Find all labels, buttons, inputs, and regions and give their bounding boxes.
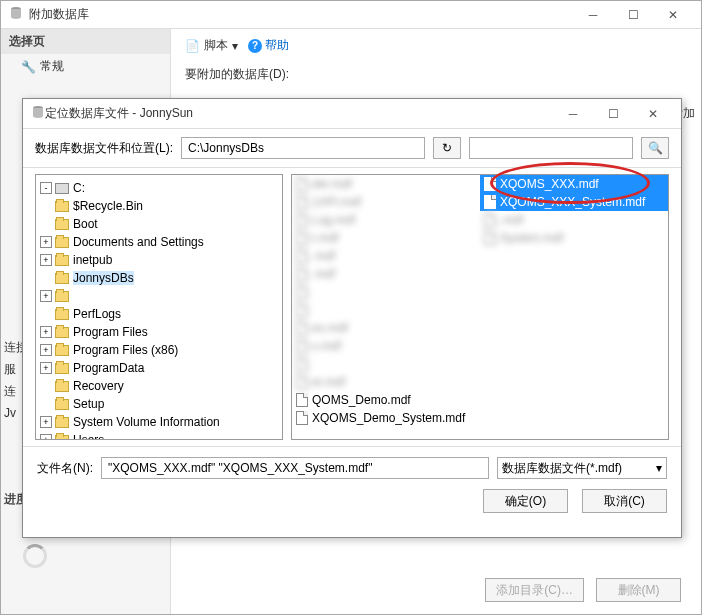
dialog-titlebar: 定位数据库文件 - JonnySun ─ ☐ ✕ [23, 99, 681, 129]
folder-icon [55, 237, 69, 248]
file-label: s.mdf [312, 339, 341, 353]
tree-node[interactable]: +ProgramData [40, 359, 278, 377]
page-general[interactable]: 🔧 常规 [1, 54, 170, 79]
tree-label: Program Files [73, 325, 148, 339]
file-label: XQOMS_Demo_System.mdf [312, 411, 465, 425]
file-icon [296, 375, 308, 389]
tree-label: Boot [73, 217, 98, 231]
file-item[interactable]: XQOMS_XXX.mdf [480, 175, 668, 193]
file-item[interactable]: .mdf [292, 247, 480, 265]
tree-node[interactable]: PerfLogs [40, 305, 278, 323]
folder-icon [55, 219, 69, 230]
expander-icon[interactable]: + [40, 326, 52, 338]
path-input[interactable] [181, 137, 425, 159]
dialog-maximize-button[interactable]: ☐ [593, 100, 633, 128]
file-item[interactable]: .mdf [480, 211, 668, 229]
file-item[interactable]: er.mdf [292, 373, 480, 391]
expander-icon[interactable]: + [40, 290, 52, 302]
file-label: der.mdf [312, 177, 352, 191]
file-icon [296, 321, 308, 335]
ok-button[interactable]: 确定(O) [483, 489, 568, 513]
file-list[interactable]: der.mdf1API.mdfLog.mdft.mdf.mdf.mdfes.md… [291, 174, 669, 440]
tree-node[interactable]: Recovery [40, 377, 278, 395]
script-icon: 📄 [185, 39, 200, 53]
select-page-header: 选择页 [1, 29, 170, 54]
tree-node[interactable]: JonnysDBs [40, 269, 278, 287]
file-label: es.mdf [312, 321, 348, 335]
file-item[interactable]: XQOMS_XXX_System.mdf [480, 193, 668, 211]
file-item[interactable]: Log.mdf [292, 211, 480, 229]
refresh-button[interactable]: ↻ [433, 137, 461, 159]
dialog-minimize-button[interactable]: ─ [553, 100, 593, 128]
filename-input[interactable] [101, 457, 489, 479]
file-item[interactable]: 1API.mdf [292, 193, 480, 211]
cancel-button[interactable]: 取消(C) [582, 489, 667, 513]
maximize-button[interactable]: ☐ [613, 1, 653, 29]
tree-node[interactable]: + [40, 287, 278, 305]
folder-icon [55, 255, 69, 266]
file-label: .mdf [312, 249, 335, 263]
file-item[interactable]: es.mdf [292, 319, 480, 337]
file-icon [296, 393, 308, 407]
dialog-title: 定位数据库文件 - JonnySun [45, 105, 553, 122]
search-button[interactable]: 🔍 [641, 137, 669, 159]
file-item[interactable]: QOMS_Demo.mdf [292, 391, 480, 409]
tree-label: Setup [73, 397, 104, 411]
file-item[interactable]: s.mdf [292, 337, 480, 355]
minimize-button[interactable]: ─ [573, 1, 613, 29]
file-item[interactable]: der.mdf [292, 175, 480, 193]
file-icon [296, 285, 308, 299]
file-item[interactable] [292, 301, 480, 319]
file-item[interactable]: t.mdf [292, 229, 480, 247]
help-icon: ? [248, 39, 262, 53]
folder-tree[interactable]: -C: $Recycle.Bin Boot +Documents and Set… [35, 174, 283, 440]
file-icon [484, 231, 496, 245]
tree-node[interactable]: +Program Files (x86) [40, 341, 278, 359]
tree-node[interactable]: +inetpub [40, 251, 278, 269]
refresh-icon: ↻ [442, 141, 452, 155]
file-label: XQOMS_XXX_System.mdf [500, 195, 645, 209]
remove-button[interactable]: 删除(M) [596, 578, 681, 602]
tree-node[interactable]: Boot [40, 215, 278, 233]
attach-db-label: 要附加的数据库(D): [185, 66, 687, 83]
path-label: 数据库数据文件和位置(L): [35, 140, 173, 157]
tree-node[interactable]: +Program Files [40, 323, 278, 341]
file-label: Log.mdf [312, 213, 355, 227]
file-filter-select[interactable]: 数据库数据文件(*.mdf) ▾ [497, 457, 667, 479]
tree-node[interactable]: Setup [40, 395, 278, 413]
tree-node[interactable]: +System Volume Information [40, 413, 278, 431]
expander-icon[interactable]: + [40, 344, 52, 356]
script-button[interactable]: 📄 脚本 ▾ [185, 37, 238, 54]
file-icon [296, 249, 308, 263]
dialog-close-button[interactable]: ✕ [633, 100, 673, 128]
file-item[interactable]: XQOMS_Demo_System.mdf [292, 409, 480, 427]
tree-node[interactable]: +Documents and Settings [40, 233, 278, 251]
tree-node[interactable]: -C: [40, 179, 278, 197]
file-label: XQOMS_XXX.mdf [500, 177, 599, 191]
expander-icon[interactable]: - [40, 182, 52, 194]
file-icon [484, 177, 496, 191]
search-input[interactable] [469, 137, 633, 159]
file-item[interactable]: .mdf [292, 265, 480, 283]
file-icon [296, 339, 308, 353]
folder-icon [55, 345, 69, 356]
expander-icon[interactable]: + [40, 416, 52, 428]
parent-titlebar: 附加数据库 ─ ☐ ✕ [1, 1, 701, 29]
tree-node[interactable]: +Users [40, 431, 278, 440]
file-item[interactable] [292, 283, 480, 301]
db-icon [9, 6, 23, 23]
close-button[interactable]: ✕ [653, 1, 693, 29]
folder-icon [55, 417, 69, 428]
tree-node[interactable]: $Recycle.Bin [40, 197, 278, 215]
expander-icon[interactable]: + [40, 254, 52, 266]
file-item[interactable] [292, 355, 480, 373]
expander-icon[interactable]: + [40, 236, 52, 248]
file-item[interactable]: System.mdf [480, 229, 668, 247]
chevron-down-icon: ▾ [656, 461, 662, 475]
expander-icon[interactable]: + [40, 362, 52, 374]
tree-label: Documents and Settings [73, 235, 204, 249]
add-dir-button[interactable]: 添加目录(C)… [485, 578, 584, 602]
help-link[interactable]: ? 帮助 [248, 37, 289, 54]
wrench-icon: 🔧 [21, 60, 36, 74]
expander-icon[interactable]: + [40, 434, 52, 440]
